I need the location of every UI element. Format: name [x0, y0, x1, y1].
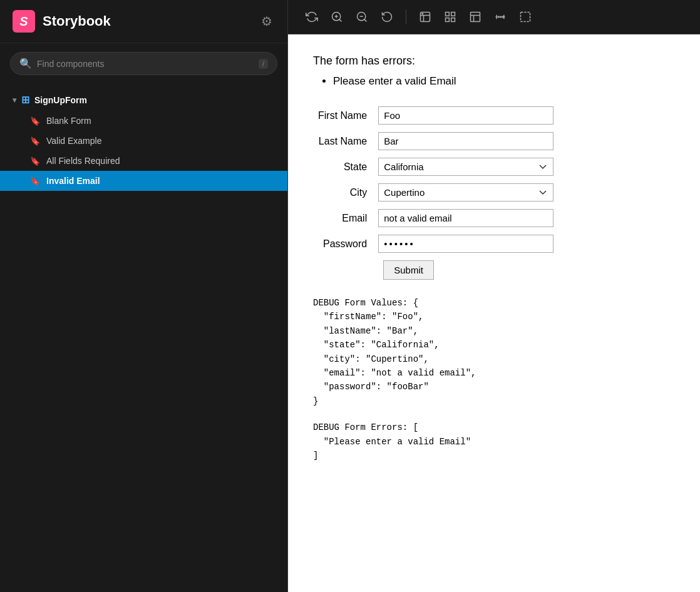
- sidebar-item-invalid-email[interactable]: 🔖 Invalid Email: [0, 171, 287, 191]
- reset-zoom-button[interactable]: [376, 7, 398, 27]
- search-icon: 🔍: [19, 58, 32, 69]
- submit-button[interactable]: Submit: [383, 260, 434, 280]
- sidebar-item-label: All Fields Required: [46, 156, 120, 166]
- table-row: Submit: [313, 257, 558, 283]
- sidebar-item-label: Blank Form: [46, 116, 91, 126]
- story-canvas: The form has errors: Please enter a vali…: [288, 34, 700, 592]
- sidebar-item-label: Valid Example: [46, 136, 101, 146]
- table-row: Email: [313, 205, 558, 231]
- table-row: Password: [313, 231, 558, 257]
- app-title: Storybook: [43, 13, 111, 29]
- tree-group-signupform[interactable]: ▾ ⊞ SignUpForm: [0, 89, 287, 111]
- sidebar-header: S Storybook ⚙: [0, 0, 287, 43]
- email-label: Email: [313, 205, 373, 231]
- table-row: Last Name: [313, 128, 558, 154]
- grid-view-button[interactable]: [439, 7, 461, 27]
- table-row: State California: [313, 154, 558, 180]
- content-area: The form has errors: Please enter a vali…: [288, 0, 700, 592]
- table-row: City Cupertino: [313, 180, 558, 205]
- bookmark-icon: 🔖: [30, 176, 40, 186]
- measure-button[interactable]: [489, 7, 512, 27]
- zoom-out-button[interactable]: [351, 7, 373, 27]
- debug-values: DEBUG Form Values: { "firstName": "Foo",…: [313, 296, 675, 408]
- first-name-input[interactable]: [378, 106, 553, 125]
- settings-button[interactable]: ⚙: [259, 11, 275, 31]
- content-toolbar: [288, 0, 700, 34]
- svg-rect-5: [451, 13, 455, 16]
- search-bar[interactable]: 🔍 /: [10, 52, 277, 75]
- sidebar-item-blank-form[interactable]: 🔖 Blank Form: [0, 111, 287, 131]
- search-input[interactable]: [37, 59, 254, 69]
- bookmark-icon: 🔖: [30, 156, 40, 166]
- bookmark-icon: 🔖: [30, 136, 40, 146]
- zoom-in-button[interactable]: [326, 7, 348, 27]
- tree-group-label: SignUpForm: [34, 95, 87, 105]
- first-name-label: First Name: [313, 103, 373, 128]
- email-input[interactable]: [378, 209, 553, 227]
- sidebar-item-label: Invalid Email: [46, 176, 100, 186]
- chevron-down-icon: ▾: [13, 96, 16, 105]
- component-icon: ⊞: [21, 94, 29, 106]
- image-view-button[interactable]: [414, 7, 436, 27]
- panel-view-button[interactable]: [464, 7, 486, 27]
- nav-tree: ▾ ⊞ SignUpForm 🔖 Blank Form 🔖 Valid Exam…: [0, 84, 287, 196]
- svg-rect-4: [446, 13, 450, 16]
- city-select[interactable]: Cupertino: [378, 183, 553, 202]
- state-label: State: [313, 154, 373, 180]
- state-select[interactable]: California: [378, 158, 553, 176]
- svg-rect-7: [451, 18, 455, 22]
- error-list: Please enter a valid Email: [313, 75, 675, 88]
- sidebar-item-valid-example[interactable]: 🔖 Valid Example: [0, 131, 287, 151]
- svg-rect-8: [471, 13, 480, 22]
- last-name-input[interactable]: [378, 132, 553, 150]
- svg-point-3: [422, 13, 423, 14]
- table-row: First Name: [313, 103, 558, 128]
- sidebar: S Storybook ⚙ 🔍 / ▾ ⊞ SignUpForm 🔖 Blank…: [0, 0, 288, 592]
- debug-errors: DEBUG Form Errors: [ "Please enter a val…: [313, 421, 675, 462]
- reload-button[interactable]: [301, 7, 323, 27]
- error-list-item: Please enter a valid Email: [333, 75, 675, 88]
- last-name-label: Last Name: [313, 128, 373, 154]
- error-box: The form has errors: Please enter a vali…: [313, 54, 675, 88]
- outline-button[interactable]: [514, 7, 537, 27]
- storybook-logo-icon: S: [13, 10, 35, 33]
- password-label: Password: [313, 231, 373, 257]
- bookmark-icon: 🔖: [30, 116, 40, 126]
- form-table: First Name Last Name State California: [313, 103, 558, 283]
- svg-rect-6: [446, 18, 450, 22]
- logo-area: S Storybook: [13, 10, 111, 33]
- toolbar-separator: [406, 9, 406, 24]
- city-label: City: [313, 180, 373, 205]
- sidebar-item-all-fields-required[interactable]: 🔖 All Fields Required: [0, 151, 287, 171]
- search-shortcut-badge: /: [259, 59, 268, 69]
- error-title: The form has errors:: [313, 54, 675, 68]
- svg-rect-9: [521, 13, 530, 22]
- password-input[interactable]: [378, 235, 553, 253]
